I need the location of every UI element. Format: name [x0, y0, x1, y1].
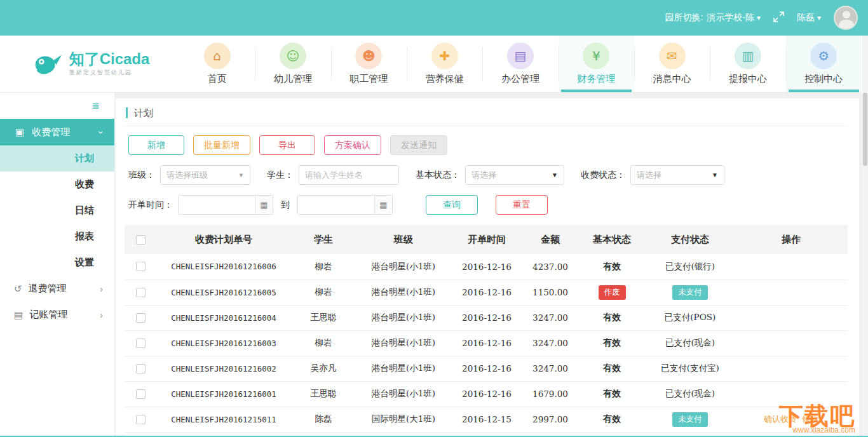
nav-item-message-center[interactable]: ✉消息中心 — [634, 36, 710, 92]
action-link[interactable]: 修改 — [802, 414, 818, 424]
staff-mgmt-icon: ☻ — [355, 43, 382, 69]
user-menu[interactable]: 陈磊 — [797, 12, 821, 24]
nav-item-staff-mgmt[interactable]: ☻职工管理 — [331, 36, 407, 92]
nav-item-finance-mgmt[interactable]: ¥财务管理 — [559, 36, 634, 92]
cell-order_no: CHENLEISFJH20161216004 — [156, 305, 291, 330]
cell-class_name: 港台明星(小1班) — [356, 381, 451, 407]
column-header: 金额 — [522, 225, 578, 254]
nutrition-icon: ✚ — [431, 43, 458, 69]
school-switch-label: 园所切换: — [665, 12, 703, 24]
reset-button[interactable]: 重置 — [496, 195, 548, 215]
filter-row-2: 开单时间： ▦ 到 ▦ 查询 重置 — [125, 195, 848, 215]
toolbar-button-0[interactable]: 新增 — [128, 135, 184, 155]
pay-status-text: 已支付(现金) — [665, 337, 715, 347]
status-text: 有效 — [603, 388, 621, 398]
nav-item-label: 首页 — [208, 73, 227, 85]
pay-status-badge: 未支付 — [672, 285, 708, 300]
plans-table: 收费计划单号学生班级开单时间金额基本状态支付状态操作 CHENLEISFJH20… — [125, 225, 848, 437]
avatar[interactable] — [834, 6, 858, 30]
row-checkbox[interactable] — [136, 389, 146, 399]
table-row: CHENLEISFJH20161216005柳岩港台明星(小1班)2016-12… — [125, 279, 848, 305]
nav-item-label: 控制中心 — [804, 73, 843, 85]
sidebar-group-ledger-management[interactable]: ▤ 记账管理 — [0, 302, 114, 328]
nav-item-label: 营养保健 — [426, 73, 464, 85]
sidebar-subitem-4[interactable]: 设置 — [0, 250, 114, 276]
select-all-checkbox[interactable] — [136, 235, 146, 245]
nav-item-label: 职工管理 — [349, 73, 388, 85]
nav-item-nutrition[interactable]: ✚营养保健 — [407, 36, 482, 92]
sidebar-subitem-1[interactable]: 收费 — [0, 171, 114, 198]
fee-management-icon: ▣ — [15, 126, 24, 138]
sidebar-subitem-2[interactable]: 日结 — [0, 198, 114, 224]
cell-amount: 3247.00 — [522, 356, 578, 381]
status-text: 有效 — [603, 363, 621, 373]
toolbar-button-4[interactable]: 发送通知 — [390, 135, 447, 155]
toolbar-button-3[interactable]: 方案确认 — [324, 135, 381, 155]
sidebar-group-fee-management[interactable]: ▣ 收费管理 — [0, 119, 114, 145]
basic-status-filter-label: 基本状态： — [416, 170, 460, 181]
toolbar-button-2[interactable]: 导出 — [259, 135, 315, 155]
class-filter-label: 班级： — [128, 170, 155, 181]
nav-item-child-mgmt[interactable]: ☺幼儿管理 — [255, 36, 330, 92]
nav-item-home[interactable]: ⌂首页 — [179, 36, 255, 92]
table-body: CHENLEISFJH20161216006柳岩港台明星(小1班)2016-12… — [125, 254, 848, 437]
row-checkbox[interactable] — [136, 262, 146, 271]
finance-mgmt-icon: ¥ — [583, 43, 609, 69]
collapse-menu-icon[interactable]: ≡ — [92, 100, 99, 112]
row-checkbox[interactable] — [136, 415, 146, 424]
school-switcher[interactable]: 园所切换: 演示学校-陈 — [665, 12, 761, 24]
sidebar-subitem-0[interactable]: 计划 — [0, 145, 114, 171]
calendar-icon[interactable]: ▦ — [374, 196, 392, 214]
date-to-label: 到 — [281, 199, 290, 211]
row-checkbox[interactable] — [136, 364, 146, 373]
status-text: 有效 — [603, 312, 621, 322]
action-link[interactable]: 确认收费 — [764, 414, 797, 424]
date-to-input[interactable] — [298, 196, 374, 214]
pay-status-select[interactable]: 请选择 ▼ — [630, 165, 724, 185]
cell-actions: 确认收费修改 — [735, 407, 848, 432]
chevron-down-icon: ▼ — [238, 172, 244, 178]
logo-subtitle: 重新定义智慧幼儿园 — [69, 69, 150, 77]
cell-order_no: CHENLEISFJH20161216002 — [156, 356, 291, 381]
main-content: 计划 新增批量新增导出方案确认发送通知 班级： 请选择班级 ▼ 学生： 基本状态… — [114, 92, 868, 437]
cell-amount: 2997.00 — [522, 407, 578, 432]
toolbar-button-1[interactable]: 批量新增 — [193, 135, 250, 155]
table-row: CHENLEISFJH20161216001王思聪港台明星(小1班)2016-1… — [125, 381, 848, 407]
calendar-icon[interactable]: ▦ — [255, 196, 273, 214]
status-text: 有效 — [603, 337, 621, 347]
column-header: 开单时间 — [451, 225, 522, 254]
basic-status-select[interactable]: 请选择 ▼ — [465, 165, 564, 185]
sidebar-group-refund-management[interactable]: ↺ 退费管理 — [0, 276, 114, 302]
student-name-input[interactable] — [299, 165, 399, 185]
home-icon: ⌂ — [204, 43, 231, 69]
cell-status: 有效 — [578, 305, 646, 330]
pay-status-text: 已支付(现金) — [665, 388, 715, 398]
sidebar: ≡ ▣ 收费管理 计划收费日结报表设置 ↺ 退费管理 ▤ 记账管理 — [0, 92, 114, 437]
scrollbar-thumb[interactable] — [863, 93, 867, 166]
cell-date: 2016-12-15 — [451, 407, 522, 432]
cell-student: 王思聪 — [291, 305, 356, 330]
nav-item-control-center[interactable]: ⚙控制中心 — [786, 36, 862, 92]
sidebar-subitem-3[interactable]: 报表 — [0, 224, 114, 250]
class-select[interactable]: 请选择班级 ▼ — [160, 165, 250, 185]
date-from-group: ▦ — [178, 195, 273, 215]
table-row: CHENLEISFJH20161216003柳岩港台明星(小1班)2016-12… — [125, 330, 848, 356]
date-from-input[interactable] — [179, 196, 255, 214]
fullscreen-toggle[interactable] — [773, 11, 784, 24]
cell-order_no: CHENLEISFJH20161216001 — [156, 381, 291, 407]
cell-pay-status: 未支付 — [646, 279, 735, 305]
cell-status: 有效 — [578, 330, 646, 356]
row-checkbox[interactable] — [136, 313, 146, 323]
toolbar: 新增批量新增导出方案确认发送通知 — [125, 126, 848, 155]
cell-class_name: 港台明星(小1班) — [356, 305, 451, 330]
basic-status-select-value: 请选择 — [471, 170, 496, 181]
row-checkbox[interactable] — [136, 339, 146, 348]
nav-item-office-mgmt[interactable]: ▤办公管理 — [482, 36, 558, 92]
row-checkbox[interactable] — [136, 288, 146, 297]
cell-amount: 4237.00 — [522, 254, 578, 279]
nav-item-report-center[interactable]: ▥提报中心 — [710, 36, 785, 92]
search-button[interactable]: 查询 — [426, 195, 478, 215]
student-filter-label: 学生： — [267, 170, 294, 181]
date-filter-label: 开单时间： — [128, 199, 173, 211]
status-text: 有效 — [603, 261, 621, 271]
